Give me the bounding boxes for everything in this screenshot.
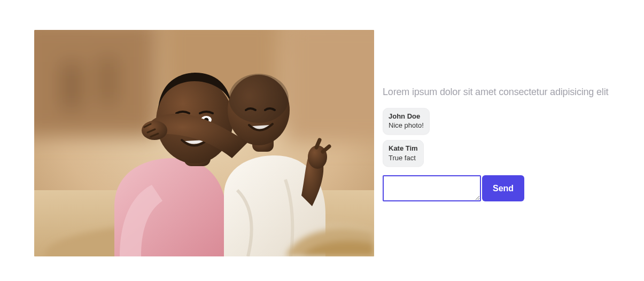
comment-list: John Doe Nice photo! Kate Tim True fact [383, 108, 610, 172]
svg-rect-3 [285, 30, 374, 142]
compose-row: Send [383, 175, 610, 201]
comment-text: True fact [389, 153, 418, 163]
comment-author: Kate Tim [389, 144, 418, 153]
comment-author: John Doe [389, 112, 424, 121]
post-image [34, 30, 374, 256]
svg-rect-4 [61, 62, 82, 110]
send-button[interactable]: Send [482, 175, 524, 201]
post-container: Lorem ipsum dolor sit amet consectetur a… [34, 30, 610, 256]
comment-item: Kate Tim True fact [383, 140, 424, 167]
svg-point-18 [229, 74, 289, 123]
post-image-illustration [34, 30, 374, 256]
svg-rect-1 [34, 30, 157, 137]
svg-rect-5 [98, 57, 118, 105]
comment-input[interactable] [383, 175, 481, 201]
post-caption: Lorem ipsum dolor sit amet consectetur a… [383, 85, 610, 99]
comment-item: John Doe Nice photo! [383, 108, 430, 135]
comment-text: Nice photo! [389, 121, 424, 130]
post-content: Lorem ipsum dolor sit amet consectetur a… [383, 85, 610, 201]
